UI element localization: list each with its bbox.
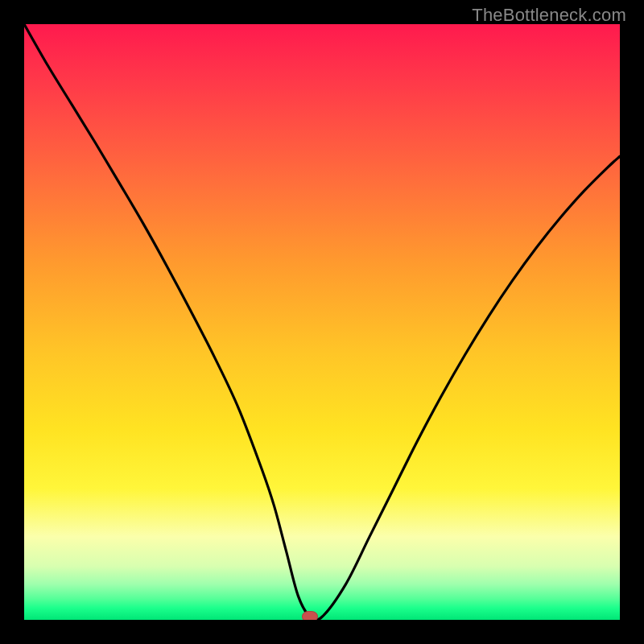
- bottleneck-curve: [24, 24, 620, 620]
- optimal-point-marker: [302, 611, 318, 620]
- curve-svg: [24, 24, 620, 620]
- plot-area: [24, 24, 620, 620]
- watermark-text: TheBottleneck.com: [472, 5, 626, 26]
- chart-frame: TheBottleneck.com: [0, 0, 644, 644]
